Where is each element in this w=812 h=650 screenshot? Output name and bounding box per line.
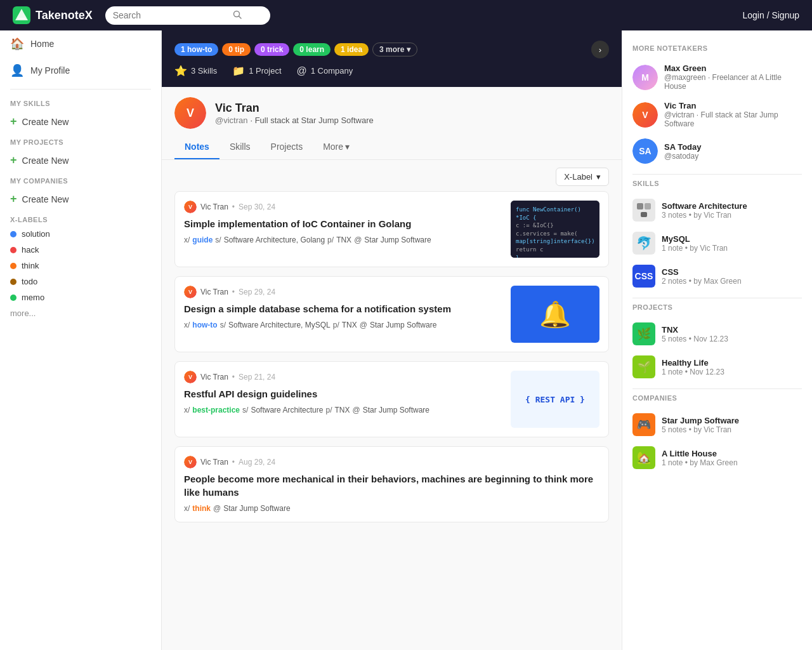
logo[interactable]: TakenoteX [13,6,93,24]
tab-projects[interactable]: Projects [261,135,313,159]
svg-rect-2 [18,18,25,19]
skills-icon: ⭐ [174,65,187,77]
note-xlabel[interactable]: best-practice [192,406,240,415]
xlabels-more-link[interactable]: more... [0,305,161,321]
note-date: Aug 29, 24 [239,458,275,467]
company-meta: 1 note • by Max Green [662,458,738,467]
xlabel-dot-memo [10,295,16,301]
note-xlabel[interactable]: guide [192,235,213,244]
tag-more[interactable]: 3 more ▾ [372,43,417,56]
company-icon: 🎮 [632,413,655,436]
notetaker-item-satoday[interactable]: SA SA Today @satoday [632,133,802,169]
note-xlabel[interactable]: how-to [192,321,217,329]
xlabel-memo[interactable]: memo [0,289,161,305]
notes-list: V Vic Tran • Sep 30, 24 Simple implement… [162,191,622,522]
project-item-tnx[interactable]: 🌿 TNX 5 notes • Nov 12.23 [632,317,802,350]
tag-tip[interactable]: 0 tip [222,43,251,56]
stat-skills[interactable]: ⭐ 3 Skills [174,65,217,77]
note-title: People become more mechanical in their b… [184,472,599,499]
note-project: TNX [334,406,350,415]
companies-section-label: MY COMPANIES [0,172,161,187]
note-author-avatar: V [184,201,197,213]
avatar: V [174,97,206,129]
stat-skills-label: 3 Skills [191,66,217,76]
stat-project[interactable]: 📁 1 Project [232,65,281,77]
project-meta: 5 notes • Nov 12.23 [662,335,728,343]
xlabel-think[interactable]: think [0,258,161,274]
tab-more[interactable]: More ▾ [313,135,360,159]
create-company-button[interactable]: + Create New [0,187,161,211]
search-input[interactable] [113,10,227,20]
xlabel-todo[interactable]: todo [0,274,161,289]
note-project: TNX [336,235,351,244]
notetaker-item-victran[interactable]: V Vic Tran @victran · Full stack at Star… [632,96,802,133]
note-meta: V Vic Tran • Aug 29, 24 [184,456,599,468]
sidebar: 🏠 Home 👤 My Profile MY SKILLS + Create N… [0,30,162,650]
arrow-right-button[interactable]: › [591,41,609,58]
skills-section-label: MY SKILLS [0,95,161,110]
stat-project-label: 1 Project [249,66,281,76]
right-divider-2 [632,298,802,298]
skill-item-css[interactable]: CSS CSS 2 notes • by Max Green [632,260,802,293]
tag-trick[interactable]: 0 trick [254,43,289,56]
company-name: A Little House [662,449,738,458]
note-date: • [232,373,235,381]
svg-rect-6 [645,203,651,209]
plus-icon: + [10,115,17,128]
note-company: Star Jump Software [223,504,290,513]
signup-link[interactable]: Signup [771,10,799,20]
project-item-healthylife[interactable]: 🌱 Healthy Life 1 note • Nov 12.23 [632,350,802,383]
company-item-starjump[interactable]: 🎮 Star Jump Software 5 notes • by Vic Tr… [632,408,802,441]
chevron-down-icon-filter: ▾ [596,172,601,182]
tag-idea[interactable]: 1 idea [334,43,369,56]
notetaker-item-maxgreen[interactable]: M Max Green @maxgreen · Freelancer at A … [632,58,802,96]
profile-info: V Vic Tran @victran · Full stack at Star… [162,87,622,129]
table-row[interactable]: V Vic Tran • Sep 29, 24 Design a simple … [174,276,609,352]
skill-name: MySQL [662,234,728,244]
logo-text: TakenoteX [36,9,93,22]
table-row[interactable]: V Vic Tran • Aug 29, 24 People become mo… [174,446,609,522]
notetaker-avatar: M [632,65,658,90]
note-date: • [232,458,235,467]
skill-icon: 🐬 [632,232,655,255]
note-company: Star Jump Software [364,235,431,244]
search-button[interactable] [232,10,242,22]
tag-howto[interactable]: 1 how-to [174,43,218,56]
table-row[interactable]: V Vic Tran • Sep 21, 24 Restful API desi… [174,361,609,437]
xlabel-hack[interactable]: hack [0,242,161,258]
xlabel-dot-hack [10,247,16,253]
company-item-alittlehouse[interactable]: 🏡 A Little House 1 note • by Max Green [632,441,802,474]
table-row[interactable]: V Vic Tran • Sep 30, 24 Simple implement… [174,191,609,267]
skill-item-mysql[interactable]: 🐬 MySQL 1 note • by Vic Tran [632,227,802,260]
create-project-button[interactable]: + Create New [0,149,161,172]
skill-icon: CSS [632,265,655,288]
sidebar-item-myprofile[interactable]: 👤 My Profile [0,57,161,84]
xlabel-solution[interactable]: solution [0,226,161,242]
search-bar [105,6,270,25]
tab-notes[interactable]: Notes [174,135,219,159]
right-divider-3 [632,388,802,389]
plus-icon-2: + [10,154,17,167]
home-icon: 🏠 [10,37,24,51]
notif-thumbnail: 🔔 [511,286,599,343]
tag-learn[interactable]: 0 learn [293,43,331,56]
create-skill-button[interactable]: + Create New [0,110,161,133]
note-author-avatar: V [184,371,197,383]
stat-company[interactable]: @ 1 Company [297,65,353,77]
note-meta: V Vic Tran • Sep 29, 24 [184,286,503,298]
note-date: • [232,288,235,296]
notetaker-avatar: SA [632,138,658,164]
skill-name: CSS [662,267,742,277]
projects-section-label: MY PROJECTS [0,133,161,149]
login-link[interactable]: Login [742,10,764,20]
note-thumbnail: func NewContainer() *IoC { c := &IoC{} c… [511,201,599,258]
note-content: V Vic Tran • Sep 30, 24 Simple implement… [184,201,503,258]
xlabel-filter-button[interactable]: X-Label ▾ [556,168,609,186]
note-author: Vic Tran [200,288,228,296]
skill-item-softarch[interactable]: Software Architecture 3 notes • by Vic T… [632,194,802,227]
note-xlabel[interactable]: think [192,504,211,513]
note-content: V Vic Tran • Sep 21, 24 Restful API desi… [184,371,503,428]
tab-skills[interactable]: Skills [219,135,261,159]
sidebar-item-home[interactable]: 🏠 Home [0,30,161,57]
note-author: Vic Tran [200,202,228,211]
